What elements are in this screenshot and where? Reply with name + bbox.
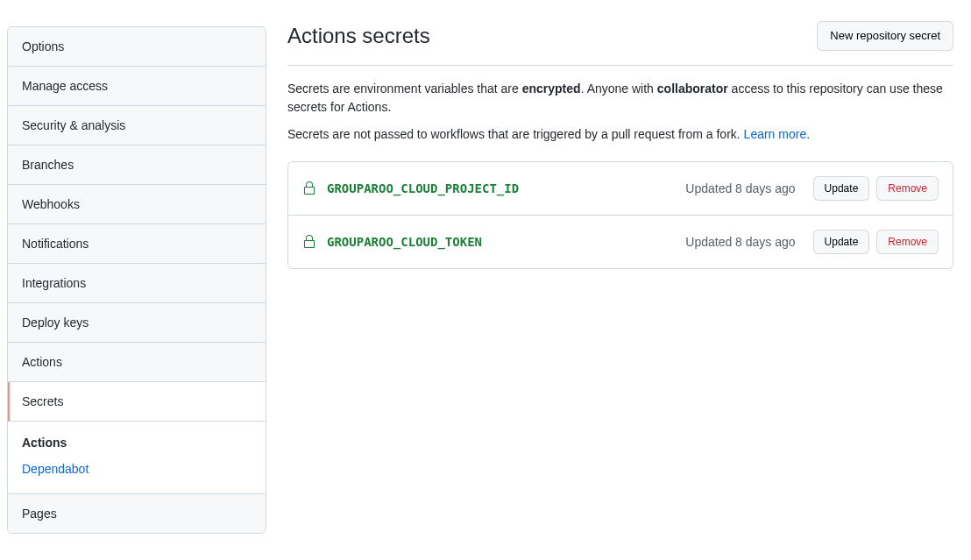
sidebar-item-webhooks[interactable]: Webhooks <box>8 185 266 224</box>
remove-button[interactable]: Remove <box>876 176 939 201</box>
sidebar-item-pages[interactable]: Pages <box>8 494 266 533</box>
lock-icon <box>302 235 316 249</box>
secret-updated: Updated 8 days ago <box>685 235 795 249</box>
learn-more-link[interactable]: Learn more <box>744 127 807 141</box>
secret-name: GROUPAROO_CLOUD_PROJECT_ID <box>327 181 675 195</box>
sidebar-item-integrations[interactable]: Integrations <box>8 264 266 303</box>
lock-icon <box>302 181 316 195</box>
sidebar-sub-actions[interactable]: Actions <box>22 429 252 457</box>
update-button[interactable]: Update <box>813 176 870 201</box>
page-title: Actions secrets <box>287 24 430 48</box>
sidebar-item-actions[interactable]: Actions <box>8 343 266 382</box>
sidebar-item-security-analysis[interactable]: Security & analysis <box>8 106 266 145</box>
secret-row: GROUPAROO_CLOUD_TOKEN Updated 8 days ago… <box>288 216 953 268</box>
secret-name: GROUPAROO_CLOUD_TOKEN <box>327 235 675 249</box>
sidebar-item-notifications[interactable]: Notifications <box>8 224 266 264</box>
secret-row: GROUPAROO_CLOUD_PROJECT_ID Updated 8 day… <box>288 162 953 216</box>
remove-button[interactable]: Remove <box>876 230 939 254</box>
description-2: Secrets are not passed to workflows that… <box>287 125 953 144</box>
sidebar-item-manage-access[interactable]: Manage access <box>8 67 266 106</box>
sidebar-sub-dependabot[interactable]: Dependabot <box>22 457 252 481</box>
update-button[interactable]: Update <box>813 230 870 254</box>
secrets-list: GROUPAROO_CLOUD_PROJECT_ID Updated 8 day… <box>287 161 953 269</box>
sidebar-item-options[interactable]: Options <box>8 27 266 67</box>
settings-sidebar: Options Manage access Security & analysi… <box>7 7 266 534</box>
secret-updated: Updated 8 days ago <box>685 181 795 195</box>
sidebar-item-secrets[interactable]: Secrets <box>8 382 266 422</box>
description-1: Secrets are environment variables that a… <box>287 80 953 117</box>
main-content: Actions secrets New repository secret Se… <box>287 7 960 534</box>
sidebar-item-deploy-keys[interactable]: Deploy keys <box>8 303 266 343</box>
sidebar-secrets-subnav: Actions Dependabot <box>8 422 266 494</box>
new-repository-secret-button[interactable]: New repository secret <box>817 21 953 51</box>
sidebar-item-branches[interactable]: Branches <box>8 145 266 185</box>
